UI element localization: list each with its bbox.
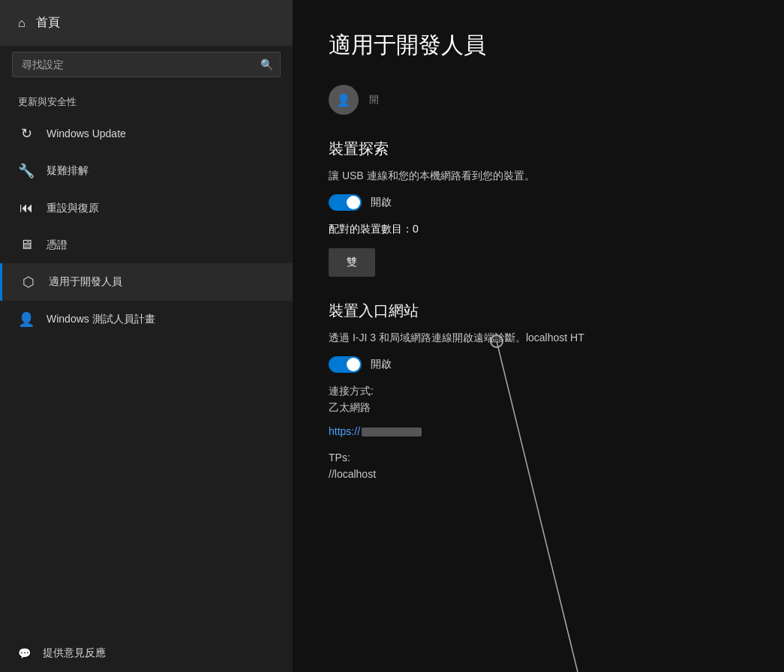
- page-title: 適用于開發人員: [329, 30, 748, 61]
- toggle-knob-2: [347, 358, 360, 371]
- sidebar: ⌂ 首頁 🔍 更新與安全性 ↻ Windows Update 🔧 疑難排解 ⏮ …: [0, 0, 293, 672]
- device-portal-toggle-label: 開啟: [371, 358, 392, 371]
- home-icon: ⌂: [18, 16, 26, 30]
- sidebar-item-credentials[interactable]: 🖥 憑證: [0, 226, 293, 263]
- sidebar-item-label: Windows 測試人員計畫: [47, 313, 155, 326]
- connection-method-label: 連接方式:: [329, 385, 748, 398]
- sidebar-feedback-item[interactable]: 💬 提供意見反應: [0, 634, 293, 672]
- credentials-icon: 🖥: [18, 237, 35, 253]
- toggle-knob: [347, 196, 360, 209]
- sidebar-section-header: 更新與安全性: [0, 89, 293, 115]
- device-discovery-toggle-label: 開啟: [371, 196, 392, 209]
- sidebar-item-label: 疑難排解: [47, 164, 89, 178]
- device-portal-desc: 透過 I-JI 3 和局域網路連線開啟遠端診斷。localhost HT: [329, 330, 748, 346]
- update-icon: ↻: [18, 125, 35, 142]
- search-icon: 🔍: [260, 58, 273, 70]
- device-discovery-title: 裝置探索: [329, 139, 748, 159]
- device-portal-link[interactable]: https://: [329, 425, 748, 437]
- link-prefix: https://: [329, 425, 360, 437]
- ips-value: //localhost: [329, 468, 376, 480]
- sidebar-home-item[interactable]: ⌂ 首頁: [0, 0, 293, 46]
- search-box: 🔍: [12, 52, 281, 77]
- ips-label: TPs:: [329, 452, 350, 464]
- sidebar-item-troubleshoot[interactable]: 🔧 疑難排解: [0, 152, 293, 190]
- top-toggle-status: 開: [369, 93, 379, 106]
- feedback-icon: 💬: [18, 647, 31, 659]
- sidebar-item-windows-update[interactable]: ↻ Windows Update: [0, 115, 293, 152]
- connection-value: 乙太網路: [329, 401, 748, 415]
- developer-icon: ⬡: [20, 274, 37, 290]
- sidebar-item-reset[interactable]: ⏮ 重設與復原: [0, 190, 293, 226]
- search-input[interactable]: [12, 52, 281, 77]
- device-portal-toggle-row: 開啟: [329, 356, 748, 373]
- device-discovery-desc: 讓 USB 連線和您的本機網路看到您的裝置。: [329, 168, 748, 184]
- device-discovery-section: 裝置探索 讓 USB 連線和您的本機網路看到您的裝置。 開啟 配對的裝置數目：0…: [329, 139, 748, 301]
- avatar: 👤: [329, 85, 359, 115]
- device-discovery-toggle[interactable]: [329, 194, 362, 211]
- paired-count-value: 0: [413, 223, 419, 235]
- paired-count: 配對的裝置數目：0: [329, 223, 748, 236]
- key-icon: 🔧: [18, 163, 35, 179]
- top-toggle-row: 👤 開: [329, 85, 748, 115]
- sidebar-feedback-label: 提供意見反應: [43, 646, 106, 660]
- ips-section: TPs: //localhost: [329, 449, 748, 483]
- sidebar-item-label: 憑證: [47, 238, 68, 252]
- device-discovery-toggle-row: 開啟: [329, 194, 748, 211]
- device-portal-section: 裝置入口網站 透過 I-JI 3 和局域網路連線開啟遠端診斷。localhost…: [329, 301, 748, 483]
- double-button[interactable]: 雙: [329, 248, 375, 277]
- insider-icon: 👤: [18, 311, 35, 328]
- main-content: 適用于開發人員 👤 開 裝置探索 讓 USB 連線和您的本機網路看到您的裝置。 …: [293, 0, 784, 672]
- sidebar-item-label: Windows Update: [47, 128, 126, 140]
- device-portal-title: 裝置入口網站: [329, 301, 748, 321]
- reset-icon: ⏮: [18, 200, 35, 216]
- sidebar-home-label: 首頁: [36, 15, 60, 31]
- avatar-icon: 👤: [336, 93, 351, 107]
- sidebar-item-label: 重設與復原: [47, 202, 99, 215]
- device-portal-toggle[interactable]: [329, 356, 362, 373]
- paired-count-label: 配對的裝置數目：: [329, 223, 413, 235]
- sidebar-item-label: 適用于開發人員: [49, 275, 122, 289]
- link-redacted: [362, 428, 422, 436]
- sidebar-item-developer[interactable]: ⬡ 適用于開發人員: [0, 263, 293, 301]
- sidebar-item-insider[interactable]: 👤 Windows 測試人員計畫: [0, 301, 293, 338]
